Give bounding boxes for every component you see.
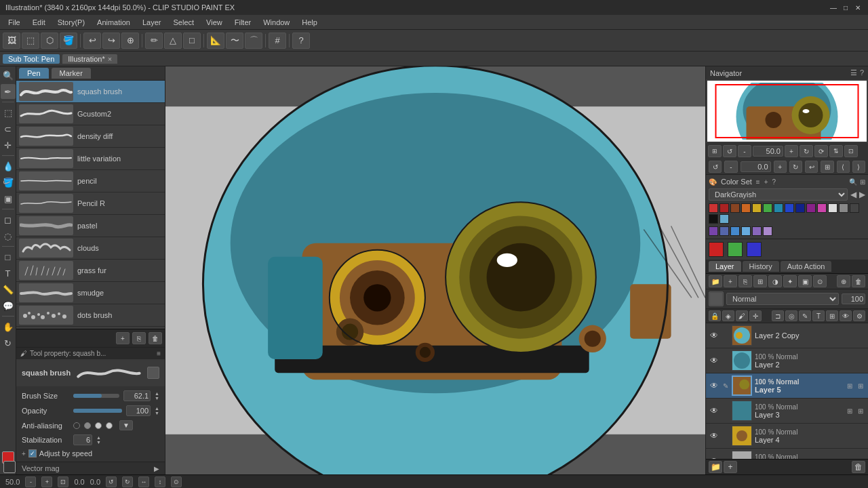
tool-rotate[interactable]: ↻ <box>1 336 16 350</box>
layer-show-btn[interactable]: 👁 <box>840 310 852 321</box>
color-panel-btn2[interactable]: ≡ <box>756 178 760 186</box>
status-zoom-fit[interactable]: ⊡ <box>58 476 68 487</box>
swatch2-3[interactable] <box>730 226 740 236</box>
layer-draft-btn[interactable]: ✎ <box>799 310 811 321</box>
toolbar-btn-undo[interactable]: ↩ <box>83 33 101 49</box>
tool-balloon[interactable]: 💬 <box>1 298 16 313</box>
menu-layer[interactable]: Layer <box>137 17 167 28</box>
tool-select[interactable]: ⬚ <box>1 105 16 120</box>
color-mid[interactable] <box>728 242 743 257</box>
swatch-blue[interactable] <box>785 203 794 213</box>
nav-rotate-right[interactable]: ↻ <box>800 145 813 157</box>
tool-props-menu[interactable]: ≡ <box>157 350 161 357</box>
color-panel-icon[interactable]: 🎨 <box>709 178 717 186</box>
layer2copy-vis[interactable]: 👁 <box>709 330 719 341</box>
opacity-input[interactable] <box>126 405 151 416</box>
nav-val-inc[interactable]: + <box>785 145 798 157</box>
close-button[interactable]: ✕ <box>853 3 863 12</box>
antialias-dropdown[interactable]: ▼ <box>119 420 133 430</box>
toolbar-btn-fill[interactable]: △ <box>164 33 182 49</box>
opacity-slider[interactable] <box>73 409 122 413</box>
tab-pen[interactable]: Pen <box>19 68 49 79</box>
swatch2-4[interactable] <box>741 226 751 236</box>
status-zoom-dec[interactable]: - <box>25 476 36 487</box>
maximize-button[interactable]: □ <box>841 3 850 12</box>
nav-rot-input[interactable] <box>741 161 771 172</box>
brush-little[interactable]: little variation <box>16 148 165 170</box>
toolbar-btn-paint[interactable]: 🪣 <box>60 33 77 49</box>
navigator-thumbnail[interactable] <box>707 81 867 142</box>
toolbar-btn-snap[interactable]: ⊕ <box>121 33 139 49</box>
layer-row-layer2[interactable]: 👁 100 % Normal Layer 2 <box>706 348 868 373</box>
brush-density[interactable]: density diff <box>16 125 165 148</box>
opacity-arrows[interactable]: ▲▼ <box>155 406 159 415</box>
toolbar-btn-ruler[interactable]: 📐 <box>207 33 224 49</box>
status-flip-v[interactable]: ↕ <box>155 476 165 487</box>
brush-pastel[interactable]: pastel <box>16 215 165 237</box>
swatch-orange[interactable] <box>741 203 751 213</box>
toolbar-btn-transform[interactable]: ⬡ <box>41 33 58 49</box>
nav-ctrl-icon[interactable]: ☰ <box>850 68 857 77</box>
nav-r6[interactable]: ⊞ <box>821 161 833 173</box>
swatch2-1[interactable] <box>709 226 718 236</box>
brush-grass[interactable]: grass fur <box>16 260 165 282</box>
layer-merge-btn[interactable]: ⊞ <box>753 275 767 287</box>
color-set-dropdown[interactable]: DarkGrayish <box>709 188 848 201</box>
status-rotate-reset[interactable]: ⊙ <box>171 476 182 487</box>
layer-mask-btn[interactable]: ◑ <box>768 275 782 287</box>
nav-r4[interactable]: ↻ <box>789 161 802 173</box>
swatch-white[interactable] <box>828 203 837 213</box>
tool-shape[interactable]: □ <box>1 249 16 264</box>
brush-delete-btn[interactable]: 🗑 <box>149 332 162 344</box>
swatch-black[interactable] <box>709 214 718 224</box>
layer-row-layer2copy[interactable]: 👁 Layer 2 Copy <box>706 323 868 348</box>
layer-text-btn[interactable]: T <box>812 310 825 321</box>
blend-mode-thumb[interactable] <box>709 291 724 306</box>
nav-zoom-input[interactable] <box>753 146 783 157</box>
color-search-icon[interactable]: 🔍 <box>849 178 857 186</box>
tool-gradient[interactable]: ▣ <box>1 191 16 206</box>
tool-color-bg[interactable] <box>3 461 16 473</box>
layer5-vis[interactable]: 👁 <box>709 380 719 391</box>
lock-paint-btn[interactable]: 🖌 <box>736 310 748 321</box>
menu-view[interactable]: View <box>201 17 228 28</box>
swatch-darkgray[interactable] <box>850 203 859 213</box>
brush-clouds[interactable]: clouds <box>16 237 165 260</box>
blend-mode-select[interactable]: Normal <box>726 293 839 305</box>
tool-hand[interactable]: ✋ <box>1 319 16 334</box>
toolbar-btn-help[interactable]: ? <box>292 33 310 49</box>
layer-copy-btn[interactable]: ⎘ <box>738 275 752 287</box>
menu-storyp[interactable]: Story(P) <box>52 17 90 28</box>
layer-new-btn[interactable]: + <box>724 275 737 287</box>
color-add-icon[interactable]: ⊞ <box>860 178 865 186</box>
brush-pencil-r[interactable]: Pencil R <box>16 192 165 215</box>
nav-val-dec[interactable]: - <box>738 145 751 157</box>
color-next-icon[interactable]: ▶ <box>859 190 865 199</box>
toolbar-btn-canvas[interactable]: 🖼 <box>3 33 20 49</box>
swatch-purple[interactable] <box>806 203 816 213</box>
opacity-layer-input[interactable] <box>842 293 865 304</box>
swatch-brown[interactable] <box>730 203 740 213</box>
toolbar-btn-pen[interactable]: ✏ <box>145 33 163 49</box>
menu-animation[interactable]: Animation <box>92 17 136 28</box>
aa-dot-low[interactable] <box>84 422 91 429</box>
layer-clip-btn[interactable]: ⊐ <box>772 310 784 321</box>
nav-reset[interactable]: ⊡ <box>844 145 858 157</box>
color-panel-btn4[interactable]: ? <box>772 178 776 186</box>
status-zoom-inc[interactable]: + <box>41 476 52 487</box>
menu-filter[interactable]: Filter <box>229 17 256 28</box>
layers-add-layer[interactable]: + <box>724 461 737 473</box>
nav-r3[interactable]: + <box>774 161 787 173</box>
swatch-green[interactable] <box>763 203 772 213</box>
layer-merge-btn2[interactable]: ⊞ <box>826 310 838 321</box>
layer2-vis[interactable]: 👁 <box>709 355 719 366</box>
layer-row-layer3[interactable]: 👁 100 % Normal Layer 3 ⊞ ⊞ <box>706 399 868 424</box>
layer-ref-btn[interactable]: ◎ <box>785 310 797 321</box>
toolbar-btn-grid[interactable]: # <box>269 33 286 49</box>
layers-add-folder[interactable]: 📁 <box>709 461 722 473</box>
tool-move[interactable]: ✛ <box>1 138 16 152</box>
toolbar-btn-angle[interactable]: ⌒ <box>245 33 262 49</box>
layer-del-btn[interactable]: 🗑 <box>852 275 865 287</box>
lock-move-btn[interactable]: ✛ <box>749 310 762 321</box>
layer-folder-btn[interactable]: 📁 <box>709 275 722 287</box>
